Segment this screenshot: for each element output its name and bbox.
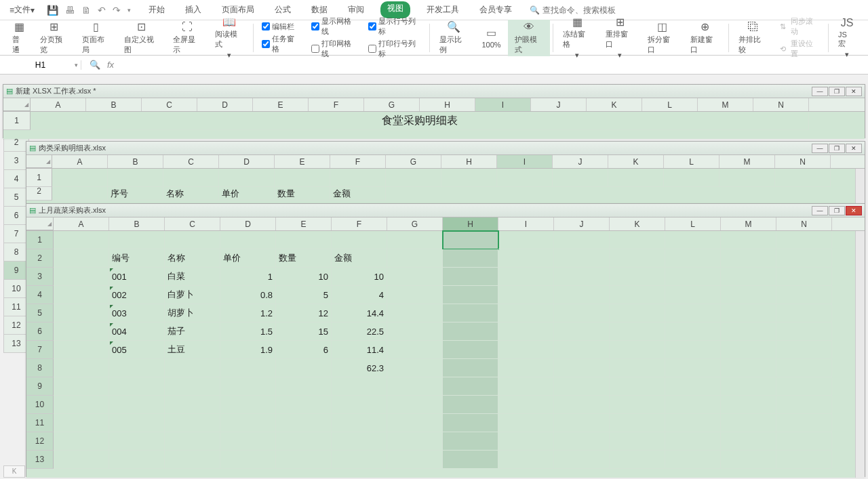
cell-D7[interactable]: 1.9 — [220, 341, 276, 359]
tab-dev[interactable]: 开发工具 — [422, 1, 463, 18]
row-header[interactable]: 6 — [26, 322, 54, 341]
cell-M12[interactable] — [721, 432, 776, 451]
cell-L1[interactable] — [665, 231, 721, 249]
cell-A11[interactable] — [54, 414, 109, 432]
wb1-grid[interactable]: ABCDEFGHIJKLMN 1 食堂采购明细表 — [3, 98, 865, 139]
cell-I1[interactable] — [498, 231, 554, 249]
cell-D2[interactable]: 单价 — [220, 249, 276, 268]
cell-K1[interactable] — [610, 231, 665, 249]
cell-E4[interactable]: 5 — [276, 286, 332, 304]
cell-A3[interactable] — [54, 268, 109, 286]
cell-N12[interactable] — [776, 432, 832, 451]
cell-L7[interactable] — [665, 341, 721, 359]
cell-E10[interactable] — [276, 396, 332, 414]
cell-M6[interactable] — [721, 322, 776, 341]
zoom-fx-icon[interactable]: 🔍 — [90, 60, 100, 70]
col-header-M[interactable]: M — [719, 155, 775, 168]
cell-C2[interactable]: 名称 — [165, 249, 220, 268]
cell-C12[interactable] — [165, 432, 220, 451]
cell-L6[interactable] — [665, 322, 721, 341]
cell-N8[interactable] — [776, 359, 832, 377]
wb2-grid[interactable]: ABCDEFGHIJKLMN 1 2 序号 名称 单价 数量 金额 — [26, 155, 865, 204]
col-header-J[interactable]: J — [554, 217, 610, 230]
cell-B1[interactable] — [109, 231, 165, 249]
cell-H10[interactable] — [443, 396, 498, 414]
cell-C8[interactable] — [165, 359, 220, 377]
cell-C1[interactable] — [165, 231, 220, 249]
eye-protect[interactable]: 👁护眼模式 — [508, 20, 551, 56]
cell-H9[interactable] — [443, 377, 498, 396]
col-header-J[interactable]: J — [531, 98, 587, 111]
cell-K8[interactable] — [610, 359, 665, 377]
cell-M2[interactable] — [721, 249, 776, 268]
cell-N7[interactable] — [776, 341, 832, 359]
view-read[interactable]: 📖阅读模式▾ — [208, 14, 250, 61]
row-header[interactable]: 4 — [26, 286, 54, 304]
cell-M1[interactable] — [721, 231, 776, 249]
cell-G13[interactable] — [387, 451, 443, 469]
chk-edit-bar[interactable]: 编辑栏 — [262, 22, 300, 32]
search-input[interactable] — [542, 5, 637, 15]
col-header-N[interactable]: N — [775, 155, 831, 168]
cell-E2[interactable]: 数量 — [276, 249, 332, 268]
row-header[interactable]: 11 — [26, 414, 54, 432]
cell-L11[interactable] — [665, 414, 721, 432]
zoom-scale[interactable]: 🔍显示比例 — [433, 20, 475, 56]
cell-E9[interactable] — [276, 377, 332, 396]
wb2-header-f[interactable]: 金额 — [330, 187, 386, 201]
row-header[interactable]: 1 — [26, 169, 52, 187]
cell-N2[interactable] — [776, 249, 832, 268]
cell-K7[interactable] — [610, 341, 665, 359]
col-header-J[interactable]: J — [553, 155, 608, 168]
col-header-D[interactable]: D — [220, 217, 276, 230]
view-page-layout[interactable]: ▯页面布局 — [75, 20, 117, 56]
cell-F9[interactable] — [332, 377, 387, 396]
cell-F10[interactable] — [332, 396, 387, 414]
cell-G3[interactable] — [387, 268, 443, 286]
cell-A10[interactable] — [54, 396, 109, 414]
cell-F11[interactable] — [332, 414, 387, 432]
cell-A1[interactable] — [54, 231, 109, 249]
cell-K4[interactable] — [610, 286, 665, 304]
col-header-G[interactable]: G — [386, 155, 441, 168]
cell-L2[interactable] — [665, 249, 721, 268]
col-header-C[interactable]: C — [165, 217, 220, 230]
cell-J7[interactable] — [554, 341, 610, 359]
cell-D6[interactable]: 1.5 — [220, 322, 276, 341]
cell-A6[interactable] — [54, 322, 109, 341]
wb2-header-d[interactable]: 单价 — [219, 187, 275, 201]
cell-G5[interactable] — [387, 304, 443, 322]
cell-H5[interactable] — [443, 304, 498, 322]
cell-N10[interactable] — [776, 396, 832, 414]
maximize-icon[interactable]: ❐ — [829, 144, 845, 153]
cell-I6[interactable] — [498, 322, 554, 341]
cell-G2[interactable] — [387, 249, 443, 268]
cell-A9[interactable] — [54, 377, 109, 396]
cell-K2[interactable] — [610, 249, 665, 268]
vertical-scrollbar[interactable] — [855, 231, 865, 478]
cell-H6[interactable] — [443, 322, 498, 341]
col-header-F[interactable]: F — [309, 98, 364, 111]
cell-H7[interactable] — [443, 341, 498, 359]
view-page-preview[interactable]: ⊞分页预览 — [33, 20, 75, 56]
col-header-D[interactable]: D — [219, 155, 275, 168]
chk-print-headers[interactable]: 打印行号列标 — [368, 39, 421, 59]
cell-J2[interactable] — [554, 249, 610, 268]
row-header[interactable]: 1 — [26, 231, 54, 249]
split-window[interactable]: ◫拆分窗口 — [641, 20, 684, 56]
dropdown-icon[interactable]: ▾ — [127, 7, 131, 14]
row-header[interactable]: 2 — [26, 187, 52, 201]
cell-J12[interactable] — [554, 432, 610, 451]
col-header-K[interactable]: K — [587, 98, 642, 111]
cell-H12[interactable] — [443, 432, 498, 451]
col-header-B[interactable]: B — [86, 98, 142, 111]
wb3-titlebar[interactable]: ▤上月蔬菜采购表.xlsx —❐✕ — [26, 204, 865, 217]
cell-G10[interactable] — [387, 396, 443, 414]
cell-H11[interactable] — [443, 414, 498, 432]
col-header-I[interactable]: I — [475, 98, 531, 111]
cell-A13[interactable] — [54, 451, 109, 469]
col-header-G[interactable]: G — [387, 217, 443, 230]
cell-E6[interactable]: 15 — [276, 322, 332, 341]
merged-title-cell[interactable]: 食堂采购明细表 — [31, 112, 809, 130]
cell-B4[interactable]: 002 — [109, 286, 165, 304]
